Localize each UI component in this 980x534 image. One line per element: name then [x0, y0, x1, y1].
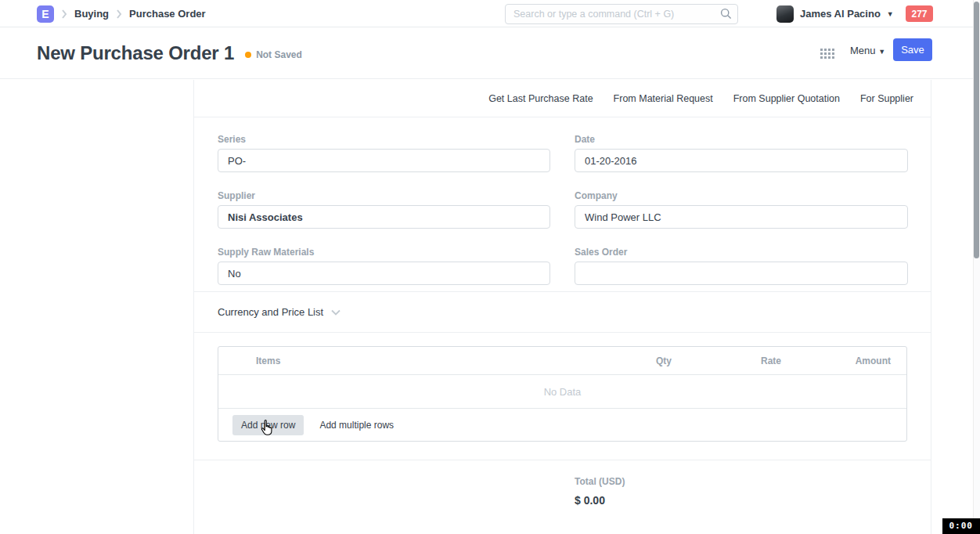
- totals-section: Total (USD) $ 0.00: [194, 460, 931, 507]
- grid-view-icon[interactable]: [820, 49, 834, 59]
- no-data-row: No Data: [218, 375, 906, 409]
- scrollbar: [973, 0, 980, 534]
- items-table-footer: Add new row Add multiple rows: [218, 409, 906, 441]
- column-header-qty: Qty: [578, 355, 687, 366]
- column-header-rate: Rate: [687, 355, 797, 366]
- notifications-badge[interactable]: 277: [906, 5, 933, 22]
- company-input[interactable]: [575, 205, 908, 229]
- supplier-input[interactable]: [218, 205, 550, 229]
- field-series: Series: [218, 134, 550, 179]
- chevron-down-icon: [331, 309, 340, 316]
- status-text: Not Saved: [256, 49, 302, 60]
- chevron-right-icon: [61, 9, 67, 19]
- chevron-down-icon: ▼: [887, 10, 894, 18]
- breadcrumb: E Buying Purchase Order: [37, 0, 206, 27]
- field-label: Company: [575, 190, 908, 201]
- column-header-items: Items: [218, 355, 578, 366]
- section-currency-and-price-list[interactable]: Currency and Price List: [194, 292, 931, 333]
- scrollbar-thumb[interactable]: [974, 2, 979, 258]
- chevron-right-icon: [116, 9, 122, 19]
- user-name: James Al Pacino: [800, 8, 881, 20]
- column-header-amount: Amount: [797, 355, 906, 366]
- navbar: E Buying Purchase Order James Al Pacino …: [0, 0, 980, 27]
- field-label: Supply Raw Materials: [218, 247, 550, 258]
- search-input[interactable]: [505, 4, 738, 24]
- field-supplier: Supplier: [218, 190, 550, 235]
- app-logo[interactable]: E: [37, 5, 54, 23]
- field-company: Company: [575, 190, 908, 235]
- form-action-links: Get Last Purchase Rate From Material Req…: [194, 80, 931, 117]
- from-supplier-quotation-link[interactable]: From Supplier Quotation: [733, 93, 840, 104]
- page-title: New Purchase Order 1: [37, 42, 234, 64]
- supply-raw-materials-input[interactable]: [218, 262, 550, 285]
- search-icon[interactable]: [720, 8, 732, 20]
- field-label: Sales Order: [575, 247, 908, 258]
- form-area: Get Last Purchase Rate From Material Req…: [193, 80, 931, 534]
- items-section: Items Qty Rate Amount No Data Add new ro…: [194, 333, 931, 460]
- recording-timer: 0:00: [942, 518, 980, 534]
- breadcrumb-purchase-order[interactable]: Purchase Order: [129, 8, 206, 20]
- purchase-order-page: E Buying Purchase Order James Al Pacino …: [0, 0, 980, 534]
- field-label: Series: [218, 134, 550, 145]
- status-badge: Not Saved: [245, 49, 302, 60]
- total-value: $ 0.00: [575, 494, 907, 507]
- field-date: Date: [575, 134, 908, 179]
- field-supply-raw-materials: Supply Raw Materials: [218, 247, 550, 291]
- avatar: [776, 5, 794, 23]
- series-input[interactable]: [218, 149, 550, 172]
- menu-dropdown[interactable]: Menu ▼: [850, 45, 885, 56]
- user-menu[interactable]: James Al Pacino ▼: [776, 0, 894, 27]
- chevron-down-icon: ▼: [878, 48, 885, 56]
- page-head: New Purchase Order 1 Not Saved Menu ▼ Sa…: [0, 27, 980, 79]
- section-title: Currency and Price List: [218, 306, 323, 318]
- breadcrumb-buying[interactable]: Buying: [74, 8, 109, 20]
- from-material-request-link[interactable]: From Material Request: [614, 93, 713, 104]
- get-last-purchase-rate-link[interactable]: Get Last Purchase Rate: [488, 93, 593, 104]
- add-new-row-button[interactable]: Add new row: [232, 415, 304, 435]
- sales-order-input[interactable]: [575, 262, 908, 285]
- field-label: Supplier: [218, 190, 550, 201]
- date-input[interactable]: [575, 149, 908, 172]
- for-supplier-link[interactable]: For Supplier: [860, 93, 913, 104]
- global-search: [505, 4, 738, 24]
- field-label: Date: [575, 134, 908, 145]
- form-fields: Series Date Supplier Company Supply Raw …: [194, 117, 931, 292]
- status-dot-icon: [245, 52, 251, 58]
- add-multiple-rows-button[interactable]: Add multiple rows: [319, 420, 394, 431]
- items-table: Items Qty Rate Amount No Data Add new ro…: [218, 346, 907, 442]
- field-sales-order: Sales Order: [575, 247, 908, 291]
- save-button[interactable]: Save: [893, 38, 932, 61]
- items-table-header: Items Qty Rate Amount: [218, 347, 906, 375]
- total-label: Total (USD): [575, 476, 907, 487]
